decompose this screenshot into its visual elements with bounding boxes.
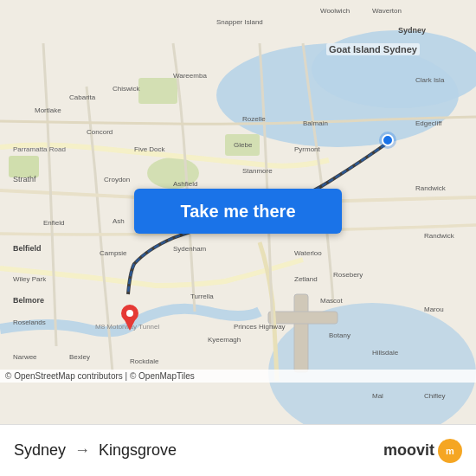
svg-text:Belmore: Belmore — [13, 296, 44, 305]
svg-text:Stanmore: Stanmore — [242, 167, 273, 175]
destination-pin — [119, 305, 140, 331]
svg-text:Cabarita: Cabarita — [69, 93, 96, 101]
map-container: Parramatta Road Mortlake Cabarita Chiswi… — [0, 0, 476, 424]
svg-text:Rozelle: Rozelle — [242, 115, 266, 123]
svg-rect-8 — [294, 294, 308, 372]
take-me-there-button[interactable]: Take me there — [134, 189, 342, 234]
svg-text:Turrella: Turrella — [190, 293, 214, 300]
svg-text:Chifley: Chifley — [424, 392, 445, 400]
svg-text:Marou: Marou — [424, 306, 444, 313]
svg-text:Enfield: Enfield — [43, 219, 64, 227]
svg-text:Campsie: Campsie — [100, 249, 127, 257]
svg-text:Randwick: Randwick — [415, 184, 447, 192]
svg-rect-5 — [138, 78, 177, 104]
destination-label: Kingsgrove — [99, 441, 177, 460]
svg-text:Kyeemagh: Kyeemagh — [208, 336, 241, 344]
svg-text:Five Dock: Five Dock — [134, 145, 166, 153]
svg-point-60 — [126, 310, 133, 317]
svg-text:Waverton: Waverton — [372, 7, 402, 15]
svg-text:Roselands: Roselands — [13, 318, 46, 326]
svg-text:Wareemba: Wareemba — [173, 72, 207, 80]
svg-text:Croydon: Croydon — [104, 176, 130, 183]
svg-text:Rosebery: Rosebery — [333, 271, 363, 279]
svg-text:Mortlake: Mortlake — [35, 106, 61, 114]
svg-text:Botany: Botany — [329, 331, 351, 339]
moovit-brand-icon: m — [438, 439, 462, 463]
svg-text:Pyrmont: Pyrmont — [294, 145, 321, 153]
svg-text:Woolwich: Woolwich — [320, 7, 350, 15]
svg-text:Narwee: Narwee — [13, 353, 37, 361]
route-info: Sydney → Kingsgrove — [14, 441, 177, 460]
goat-island-label: Goat Island Sydney — [326, 43, 420, 55]
svg-text:Zetland: Zetland — [294, 275, 318, 283]
svg-text:Sydenham: Sydenham — [173, 245, 207, 253]
svg-text:Ashfield: Ashfield — [173, 180, 197, 188]
svg-text:m: m — [446, 446, 454, 456]
svg-text:Strathf: Strathf — [13, 175, 36, 183]
origin-label: Sydney — [14, 441, 66, 460]
svg-text:Mal: Mal — [372, 392, 383, 400]
svg-text:Wiley Park: Wiley Park — [13, 275, 47, 283]
svg-text:Sydney: Sydney — [398, 26, 426, 35]
svg-marker-59 — [124, 318, 136, 331]
svg-text:Hillsdale: Hillsdale — [372, 349, 399, 357]
map-attribution: © OpenStreetMap contributors | © OpenMap… — [0, 370, 476, 383]
route-arrow-icon: → — [74, 441, 90, 460]
svg-text:Chiswick: Chiswick — [113, 85, 141, 93]
svg-rect-9 — [268, 312, 338, 324]
svg-text:Parramatta Road: Parramatta Road — [13, 145, 66, 153]
svg-text:Ash: Ash — [113, 217, 125, 225]
svg-text:Mascot: Mascot — [320, 297, 344, 305]
svg-text:Waterloo: Waterloo — [294, 249, 322, 257]
svg-text:Rockdale: Rockdale — [130, 357, 159, 365]
bottom-bar: Sydney → Kingsgrove moovit m — [0, 424, 476, 476]
svg-text:Balmain: Balmain — [303, 119, 328, 127]
svg-text:Princes Highway: Princes Highway — [234, 323, 286, 331]
svg-text:Bexley: Bexley — [69, 353, 90, 361]
moovit-brand-text: moovit — [383, 441, 434, 460]
svg-text:Concord: Concord — [87, 128, 113, 136]
svg-text:Edgecliff: Edgecliff — [415, 119, 442, 127]
svg-text:Glebe: Glebe — [234, 141, 253, 149]
svg-text:Clark Isla: Clark Isla — [415, 76, 445, 84]
svg-text:Randwick: Randwick — [424, 232, 455, 240]
svg-text:Snapper Island: Snapper Island — [216, 18, 263, 26]
current-location-dot — [382, 134, 394, 146]
svg-text:Belfield: Belfield — [13, 244, 42, 253]
moovit-logo: moovit m — [383, 439, 462, 463]
